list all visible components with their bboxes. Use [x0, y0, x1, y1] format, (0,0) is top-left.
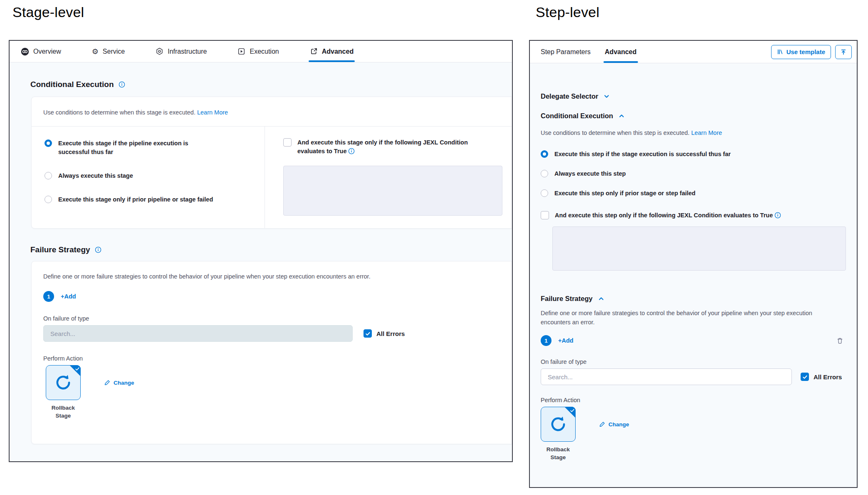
failure-type-row: All Errors	[541, 368, 846, 385]
radio-option-prior-failed[interactable]: Execute this step only if prior stage or…	[541, 189, 846, 198]
on-failure-of-type-label: On failure of type	[43, 315, 500, 322]
change-action-button[interactable]: Change	[104, 379, 134, 386]
tab-advanced[interactable]: Advanced	[310, 41, 354, 62]
radio-label: Execute this step only if prior stage or…	[554, 189, 695, 198]
radio-selected-icon	[45, 139, 52, 147]
info-icon[interactable]	[119, 81, 125, 88]
tab-step-parameters[interactable]: Step Parameters	[541, 41, 591, 63]
conditional-execution-card: Use conditions to determine when this st…	[31, 97, 512, 229]
tab-advanced[interactable]: Advanced	[605, 41, 636, 63]
radio-label: Always execute this stage	[58, 172, 133, 180]
selected-action-name: Rollback Stage	[541, 445, 576, 461]
delegate-selector-title[interactable]: Delegate Selector	[541, 92, 846, 100]
tab-overview[interactable]: Overview	[21, 41, 61, 62]
all-errors-label: All Errors	[814, 373, 842, 381]
tab-service[interactable]: ⚙ Service	[92, 41, 125, 62]
header-buttons: Use template	[771, 45, 852, 59]
failure-type-row: All Errors	[43, 325, 500, 342]
radio-label: Always execute this step	[554, 169, 626, 178]
hexagon-icon	[156, 47, 163, 55]
upload-button[interactable]	[835, 45, 852, 59]
checkbox-unchecked-icon	[541, 211, 549, 219]
stage-panel-content: Conditional Execution Use conditions to …	[10, 80, 512, 444]
jexl-checkbox-label: And execute this step only if the follow…	[555, 211, 781, 220]
strategy-list-row: 1 +Add	[43, 291, 500, 302]
jexl-condition-checkbox[interactable]: And execute this step only if the follow…	[541, 211, 846, 220]
stage-level-heading: Stage-level	[12, 4, 84, 20]
failure-strategy-card: Define one or more failure strategies to…	[31, 261, 512, 444]
jexl-condition-checkbox[interactable]: And execute this stage only if the follo…	[283, 138, 502, 156]
failure-strategy-description: Define one or more failure strategies to…	[541, 308, 828, 327]
step-panel-content: Delegate Selector Conditional Execution …	[530, 92, 857, 461]
failure-strategy-description: Define one or more failure strategies to…	[43, 272, 500, 281]
all-errors-checkbox[interactable]: All Errors	[801, 373, 842, 381]
pencil-icon	[599, 421, 606, 428]
radio-option-always-execute[interactable]: Always execute this stage	[45, 172, 265, 180]
strategy-list-row: 1 +Add	[541, 335, 846, 346]
section-title-text: Conditional Execution	[30, 80, 114, 89]
tab-execution[interactable]: Execution	[237, 41, 279, 62]
failure-strategy-title[interactable]: Failure Strategy	[541, 295, 846, 303]
radio-option-stage-success[interactable]: Execute this step if the stage execution…	[541, 150, 846, 159]
export-square-icon	[310, 47, 318, 55]
checkbox-checked-icon	[364, 329, 372, 338]
info-icon[interactable]	[95, 246, 101, 253]
rollback-icon	[549, 415, 568, 434]
overview-icon	[21, 47, 29, 56]
jexl-checkbox-label: And execute this stage only if the follo…	[297, 138, 493, 156]
tab-label: Step Parameters	[541, 48, 591, 56]
conditional-execution-description: Use conditions to determine when this st…	[541, 128, 846, 137]
section-title-text: Failure Strategy	[30, 245, 90, 254]
radio-icon	[45, 196, 52, 203]
rollback-stage-action-tile[interactable]	[46, 365, 81, 400]
delete-strategy-button[interactable]	[836, 337, 843, 344]
step-level-heading: Step-level	[536, 4, 599, 20]
upload-icon	[840, 49, 847, 55]
strategy-count-badge[interactable]: 1	[43, 291, 54, 302]
tab-label: Infrastructure	[168, 48, 207, 55]
all-errors-checkbox[interactable]: All Errors	[364, 329, 405, 338]
on-failure-of-type-label: On failure of type	[541, 358, 846, 365]
radio-icon	[541, 170, 548, 177]
stage-panel: Overview ⚙ Service Infrastructure Execut…	[9, 40, 513, 462]
tab-infrastructure[interactable]: Infrastructure	[156, 41, 207, 62]
chevron-down-icon	[603, 93, 610, 99]
change-action-button[interactable]: Change	[599, 421, 629, 428]
info-icon[interactable]	[774, 212, 781, 219]
gear-icon: ⚙	[92, 47, 99, 56]
step-panel: Step Parameters Advanced Use template De…	[529, 40, 858, 488]
add-strategy-button[interactable]: +Add	[558, 337, 574, 344]
failure-strategy-title: Failure Strategy	[30, 245, 512, 254]
tab-label: Advanced	[605, 48, 636, 56]
tab-label: Overview	[33, 48, 61, 55]
conditional-execution-description: Use conditions to determine when this st…	[32, 97, 512, 126]
jexl-condition-input[interactable]	[552, 226, 846, 271]
radio-option-always-execute[interactable]: Always execute this step	[541, 169, 846, 178]
jexl-condition-input[interactable]	[283, 166, 502, 216]
use-template-button[interactable]: Use template	[771, 45, 831, 59]
radio-label: Execute this stage only if prior pipelin…	[58, 195, 213, 204]
failure-type-search-input[interactable]	[541, 368, 792, 385]
description-text: Use conditions to determine when this st…	[43, 109, 195, 116]
learn-more-link[interactable]: Learn More	[691, 129, 722, 136]
perform-action-label: Perform Action	[541, 397, 846, 403]
tab-label: Advanced	[322, 48, 354, 55]
execution-condition-options: Execute this step if the stage execution…	[541, 150, 846, 198]
selected-action-name: Rollback Stage	[46, 404, 81, 420]
info-icon[interactable]	[348, 148, 355, 154]
stage-tab-bar: Overview ⚙ Service Infrastructure Execut…	[10, 41, 512, 62]
failure-type-search-input[interactable]	[43, 325, 353, 342]
strategy-count-badge[interactable]: 1	[541, 335, 551, 346]
radio-option-pipeline-success[interactable]: Execute this stage if the pipeline execu…	[45, 139, 265, 157]
chevron-up-icon	[598, 296, 604, 302]
radio-label: Execute this step if the stage execution…	[554, 150, 731, 159]
learn-more-link[interactable]: Learn More	[197, 109, 228, 116]
execution-condition-options: Execute this stage if the pipeline execu…	[32, 127, 265, 228]
jexl-condition-section: And execute this stage only if the follo…	[265, 127, 512, 228]
add-strategy-button[interactable]: +Add	[61, 293, 76, 300]
radio-selected-icon	[541, 150, 548, 158]
all-errors-label: All Errors	[376, 330, 405, 337]
rollback-stage-action-tile[interactable]	[541, 407, 576, 442]
radio-option-prior-failed[interactable]: Execute this stage only if prior pipelin…	[45, 195, 265, 204]
conditional-execution-title[interactable]: Conditional Execution	[541, 112, 846, 120]
